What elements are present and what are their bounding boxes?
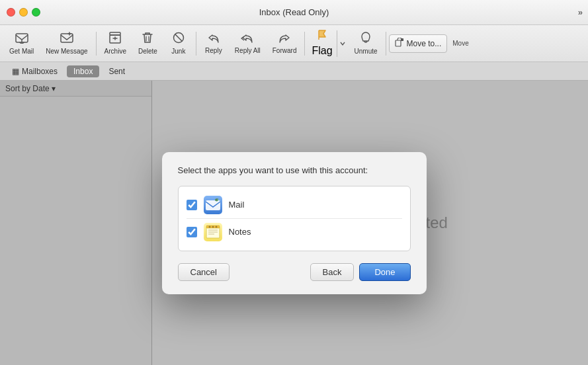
move-section-label: Move <box>450 40 468 47</box>
inbox-tab[interactable]: Inbox <box>67 65 99 77</box>
move-section: Move to... Move <box>389 34 469 53</box>
toolbar-separator-1 <box>96 32 97 56</box>
inbox-label: Inbox <box>73 67 93 76</box>
minimize-button[interactable] <box>19 8 28 17</box>
delete-button[interactable]: Delete <box>133 29 163 58</box>
reply-all-button[interactable]: Reply All <box>230 30 266 57</box>
back-button[interactable]: Back <box>310 263 355 281</box>
delete-icon <box>142 32 153 46</box>
notes-checkbox[interactable] <box>187 227 197 237</box>
maximize-button[interactable] <box>32 8 40 17</box>
dialog-apps-list: Mail <box>178 186 411 251</box>
delete-label: Delete <box>138 48 157 55</box>
move-to-label: Move to... <box>407 39 442 48</box>
toolbar-separator-4 <box>386 32 386 56</box>
nav-tabs: ▦ Mailboxes Inbox Sent <box>0 62 588 81</box>
svg-rect-1 <box>61 34 73 42</box>
junk-icon <box>173 32 185 46</box>
toolbar: Get Mail New Message Archive <box>0 25 588 62</box>
move-to-button[interactable]: Move to... <box>389 34 448 53</box>
window-controls <box>7 8 40 17</box>
reply-label: Reply <box>205 47 222 54</box>
svg-point-17 <box>215 225 217 227</box>
forward-button[interactable]: Forward <box>267 30 302 57</box>
dialog-button-row: Cancel Back Done <box>178 263 411 281</box>
svg-point-16 <box>212 225 214 227</box>
dialog: Select the apps you want to use with thi… <box>162 152 427 294</box>
svg-point-15 <box>208 225 210 227</box>
expand-button[interactable]: » <box>578 7 583 17</box>
unmute-icon <box>360 32 371 46</box>
reply-icon <box>208 32 220 45</box>
get-mail-icon <box>15 32 28 46</box>
svg-rect-6 <box>401 38 403 41</box>
new-message-button[interactable]: New Message <box>40 29 93 58</box>
svg-rect-8 <box>206 200 220 210</box>
mail-checkbox[interactable] <box>187 200 197 210</box>
flag-icon <box>317 30 327 43</box>
unmute-label: Unmute <box>355 48 378 55</box>
unmute-button[interactable]: Unmute <box>349 29 383 58</box>
main-layout: Sort by Date ▾ No Message Selected Selec… <box>0 81 588 365</box>
done-button[interactable]: Done <box>359 263 410 281</box>
dialog-overlay: Select the apps you want to use with thi… <box>0 81 588 365</box>
flag-button-group[interactable]: Flag <box>308 27 347 60</box>
new-message-label: New Message <box>46 48 87 55</box>
get-mail-label: Get Mail <box>9 48 34 55</box>
archive-button[interactable]: Archive <box>99 29 132 58</box>
archive-icon <box>109 32 121 46</box>
reply-all-label: Reply All <box>235 47 261 54</box>
title-bar: Inbox (Read Only) » <box>0 0 588 25</box>
new-message-icon <box>60 32 73 46</box>
sent-label: Sent <box>108 67 125 76</box>
sent-tab[interactable]: Sent <box>102 65 132 77</box>
cancel-button[interactable]: Cancel <box>178 263 230 281</box>
reply-all-icon <box>241 32 254 45</box>
toolbar-separator-3 <box>304 32 305 56</box>
dialog-list-item-mail: Mail <box>187 192 402 218</box>
window-title: Inbox (Read Only) <box>259 7 329 17</box>
get-mail-button[interactable]: Get Mail <box>4 29 39 58</box>
flag-label: Flag <box>312 45 332 57</box>
notes-app-name: Notes <box>229 227 251 237</box>
mailboxes-label: Mailboxes <box>22 67 58 76</box>
mailboxes-tab[interactable]: ▦ Mailboxes <box>5 65 64 77</box>
mail-app-name: Mail <box>229 200 245 210</box>
flag-dropdown-arrow[interactable] <box>337 30 348 57</box>
close-button[interactable] <box>7 8 15 17</box>
reply-button[interactable]: Reply <box>199 30 228 57</box>
move-to-icon <box>395 38 404 49</box>
forward-label: Forward <box>273 47 297 54</box>
mail-app-icon <box>204 196 222 214</box>
notes-app-icon <box>204 223 222 241</box>
junk-button[interactable]: Junk <box>164 29 193 58</box>
svg-rect-5 <box>396 40 401 46</box>
junk-label: Junk <box>171 48 185 55</box>
mailboxes-icon: ▦ <box>12 67 19 76</box>
toolbar-separator-2 <box>196 32 196 56</box>
forward-icon <box>278 32 290 45</box>
dialog-title: Select the apps you want to use with thi… <box>178 165 411 175</box>
flag-main-button[interactable]: Flag <box>308 27 336 60</box>
dialog-center-buttons: Back Done <box>310 263 411 281</box>
dialog-list-item-notes: Notes <box>187 218 402 245</box>
archive-label: Archive <box>105 48 126 55</box>
